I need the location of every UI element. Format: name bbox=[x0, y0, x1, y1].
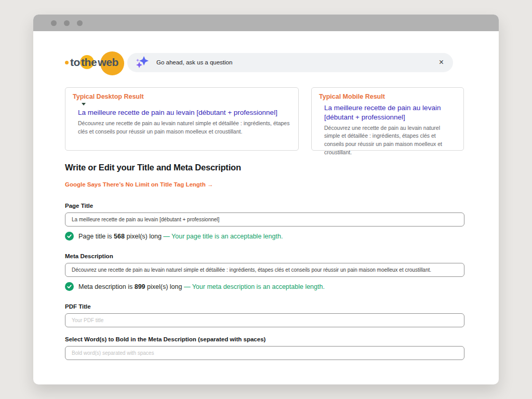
bold-words-group: Select Word(s) to Bold in the Meta Descr… bbox=[65, 336, 464, 360]
title-length-link[interactable]: Google Says There’s No Limit on Title Ta… bbox=[65, 181, 213, 188]
window-titlebar bbox=[33, 15, 499, 31]
desktop-result-title: La meilleure recette de pain au levain [… bbox=[78, 108, 291, 117]
meta-description-label: Meta Description bbox=[65, 253, 464, 259]
totheweb-logo: to the web bbox=[65, 56, 119, 69]
bold-words-label: Select Word(s) to Bold in the Meta Descr… bbox=[65, 336, 464, 342]
page-title-label: Page Title bbox=[65, 203, 464, 209]
result-dropdown-arrow-icon bbox=[82, 103, 86, 105]
meta-description-status: Meta description is 899 pixel(s) long — … bbox=[65, 282, 464, 291]
check-icon bbox=[65, 282, 74, 291]
meta-description-input[interactable] bbox=[65, 263, 464, 277]
mobile-result-title: La meilleure recette de pain au levain [… bbox=[324, 103, 456, 122]
sparkle-icon bbox=[136, 56, 149, 69]
close-icon[interactable]: × bbox=[438, 58, 445, 66]
meta-description-group: Meta Description Meta description is 899… bbox=[65, 253, 464, 291]
pdf-title-group: PDF Title bbox=[65, 303, 464, 327]
pdf-title-input[interactable] bbox=[65, 313, 464, 327]
mobile-card-title: Typical Mobile Result bbox=[319, 93, 456, 100]
window-dot-icon bbox=[64, 20, 70, 26]
app-header: to the web × bbox=[65, 52, 464, 73]
page-title-status-text: Page title is 568 pixel(s) long — Your p… bbox=[78, 233, 283, 240]
meta-description-status-text: Meta description is 899 pixel(s) long — … bbox=[78, 283, 325, 290]
pdf-title-label: PDF Title bbox=[65, 303, 464, 310]
page-title-status: Page title is 568 pixel(s) long — Your p… bbox=[65, 232, 464, 241]
mobile-result-card: Typical Mobile Result La meilleure recet… bbox=[311, 87, 464, 151]
ask-question-input[interactable] bbox=[155, 59, 438, 66]
app-window: to the web × Typical Desktop Result La bbox=[33, 15, 499, 384]
page-title-input[interactable] bbox=[65, 212, 464, 227]
desktop-result-description: Découvrez une recette de pain au levain … bbox=[78, 119, 291, 136]
window-dot-icon bbox=[51, 20, 57, 26]
ask-question-bar[interactable]: × bbox=[127, 53, 453, 72]
desktop-serp-preview: La meilleure recette de pain au levain [… bbox=[78, 103, 291, 136]
logo-text-the: the bbox=[81, 56, 97, 68]
window-dot-icon bbox=[77, 20, 83, 26]
page-heading: Write or Edit your Title and Meta Descri… bbox=[65, 163, 464, 172]
logo-dot-icon bbox=[65, 61, 69, 64]
serp-previews: Typical Desktop Result La meilleure rece… bbox=[65, 87, 464, 151]
page-title-group: Page Title Page title is 568 pixel(s) lo… bbox=[65, 203, 464, 241]
check-icon bbox=[65, 232, 74, 241]
mobile-serp-preview: La meilleure recette de pain au levain [… bbox=[324, 103, 456, 157]
bold-words-input[interactable] bbox=[65, 346, 464, 360]
desktop-result-card: Typical Desktop Result La meilleure rece… bbox=[65, 87, 299, 151]
logo-text-web: web bbox=[98, 56, 118, 68]
mobile-result-description: Découvrez une recette de pain au levain … bbox=[324, 124, 456, 157]
logo-text-to: to bbox=[70, 56, 80, 68]
desktop-card-title: Typical Desktop Result bbox=[73, 93, 291, 100]
